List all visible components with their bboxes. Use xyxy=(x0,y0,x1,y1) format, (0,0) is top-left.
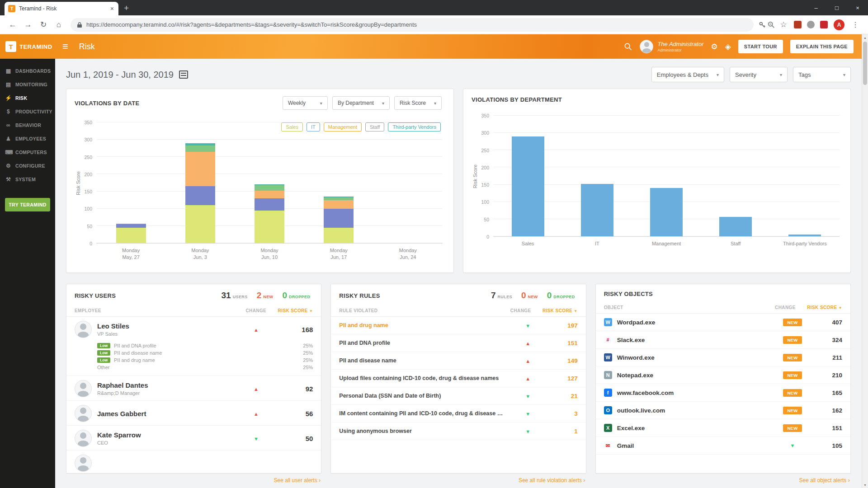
dept-bar-management[interactable] xyxy=(650,188,683,236)
date-bar-monday-may-27[interactable] xyxy=(116,122,146,243)
rule-row[interactable]: Using anonymous browser▼1 xyxy=(331,422,585,440)
object-row[interactable]: WWordpad.exeNEW407 xyxy=(596,314,850,331)
tags-select[interactable]: Tags▾ xyxy=(793,67,851,82)
page-scrollbar[interactable]: ▲ ▼ xyxy=(862,34,868,488)
new-tab-button[interactable]: + xyxy=(124,3,129,13)
sidebar-item-behavior[interactable]: ∞BEHAVIOR xyxy=(0,118,55,132)
severity-select[interactable]: Severity▾ xyxy=(730,67,788,82)
browser-menu-icon[interactable]: ⋮ xyxy=(848,20,863,29)
home-icon[interactable]: ⌂ xyxy=(52,18,66,32)
legend-sales[interactable]: Sales xyxy=(281,122,303,131)
see-all-object-alerts-link[interactable]: See all object alerts › xyxy=(595,477,851,483)
start-tour-button[interactable]: START TOUR xyxy=(738,40,783,53)
url-bar[interactable]: https://democompany.teramind.co/#/risk?a… xyxy=(71,18,754,32)
sidebar-item-system[interactable]: ⚒SYSTEM xyxy=(0,173,55,186)
x-tick-label: MondayJun, 3 xyxy=(165,247,235,261)
metric-select[interactable]: Risk Score▾ xyxy=(394,96,442,110)
forward-icon[interactable]: → xyxy=(21,18,35,32)
dept-bar-third-party-vendors[interactable] xyxy=(788,235,821,236)
dept-bar-staff[interactable] xyxy=(719,217,752,236)
object-row[interactable]: Ooutlook.live.comNEW162 xyxy=(596,402,850,419)
refresh-icon[interactable]: ↻ xyxy=(36,18,51,32)
column-risk-score-sort[interactable]: RISK SCORE ▼ xyxy=(274,308,313,313)
rule-row[interactable]: PII and disease name▲149 xyxy=(331,352,585,370)
user-job-title: CEO xyxy=(97,440,238,446)
date-bar-monday-jun-10[interactable] xyxy=(255,122,284,243)
object-row[interactable]: NNotepad.exeNEW210 xyxy=(596,366,850,384)
dept-bar-it[interactable] xyxy=(581,184,613,236)
zoom-icon[interactable] xyxy=(767,21,775,29)
bookmark-star-icon[interactable]: ☆ xyxy=(776,18,791,32)
column-risk-score-sort[interactable]: RISK SCORE ▼ xyxy=(539,308,578,313)
date-bar-monday-jun-24[interactable] xyxy=(393,122,423,243)
object-row[interactable]: WWinword.exeNEW211 xyxy=(596,349,850,366)
outlook-live-com-icon: O xyxy=(604,406,612,414)
back-icon[interactable]: ← xyxy=(5,18,20,32)
rule-row[interactable]: PII and DNA profile▲151 xyxy=(331,334,585,352)
tour-diamond-icon[interactable]: ◈ xyxy=(725,42,731,52)
tab-close-icon[interactable]: × xyxy=(109,5,115,12)
rule-name: PII and DNA profile xyxy=(339,340,509,346)
browser-profile-avatar[interactable]: A xyxy=(834,19,844,30)
sidebar-item-risk[interactable]: ⚡RISK xyxy=(0,91,55,105)
object-row[interactable]: #Slack.exeNEW324 xyxy=(596,331,850,349)
user-row[interactable]: Kate SparrowCEO▼50 xyxy=(66,426,321,450)
rule-row[interactable]: IM content containing PII and ICD-10 cod… xyxy=(331,405,585,422)
employees-depts-select[interactable]: Employees & Depts▾ xyxy=(651,67,724,82)
see-all-user-alerts-link[interactable]: See all user alerts › xyxy=(66,477,321,483)
user-row[interactable]: Raphael DantesR&amp;D Manager▲92 xyxy=(66,376,321,401)
see-all-rule-violation-alerts-link[interactable]: See all rule violation alerts › xyxy=(330,477,586,483)
column-risk-score-sort[interactable]: RISK SCORE ▼ xyxy=(803,305,842,310)
date-bar-monday-jun-3[interactable] xyxy=(185,122,215,243)
scroll-down-arrow-icon[interactable]: ▼ xyxy=(862,482,868,488)
close-button[interactable]: × xyxy=(847,0,868,15)
object-risk-score: 210 xyxy=(811,372,842,379)
teramind-logo[interactable]: T TERAMIND xyxy=(5,41,54,52)
scroll-up-arrow-icon[interactable]: ▲ xyxy=(862,34,868,41)
rule-row[interactable]: Personal Data (SSN and Date of Birth)▼21 xyxy=(331,387,585,405)
severity-badge: Low xyxy=(97,357,110,363)
sidebar-item-employees[interactable]: ♟EMPLOYEES xyxy=(0,132,55,145)
rule-row[interactable]: Upload files containing ICD-10 code, dru… xyxy=(331,370,585,387)
extension-icon[interactable] xyxy=(794,21,802,28)
password-key-icon[interactable] xyxy=(758,21,766,29)
user-row[interactable]: Leo StilesVP Sales▲168LowPII and DNA pro… xyxy=(66,317,321,376)
new-badge: NEW xyxy=(783,424,802,432)
sidebar-item-computers[interactable]: ⌨COMPUTERS xyxy=(0,145,55,159)
user-row[interactable] xyxy=(66,450,321,473)
search-icon[interactable] xyxy=(624,42,632,51)
legend-third-party-vendors[interactable]: Third-party Vendors xyxy=(388,122,441,131)
object-row[interactable]: ✉Gmail▼105 xyxy=(596,437,850,455)
calendar-icon[interactable] xyxy=(179,70,188,79)
user-row[interactable]: James Gabbert▲56 xyxy=(66,401,321,426)
explain-page-button[interactable]: EXPLAIN THIS PAGE xyxy=(790,40,854,53)
browser-tab[interactable]: T Teramind - Risk × xyxy=(5,2,118,15)
pdf-extension-icon[interactable] xyxy=(820,21,828,28)
rule-row[interactable]: PII and drug name▼197 xyxy=(331,317,585,334)
group-by-select[interactable]: By Department▾ xyxy=(332,96,390,110)
hamburger-menu-icon[interactable]: ≡ xyxy=(62,41,68,52)
sidebar-item-productivity[interactable]: $PRODUCTIVITY xyxy=(0,105,55,118)
extension-circle-icon[interactable] xyxy=(807,21,815,28)
interval-select[interactable]: Weekly▾ xyxy=(283,96,328,110)
try-teramind-button[interactable]: TRY TERAMIND xyxy=(5,198,50,211)
scrollbar-thumb[interactable] xyxy=(863,42,867,85)
object-row[interactable]: fwww.facebook.comNEW165 xyxy=(596,384,850,402)
sidebar-item-dashboards[interactable]: ▦DASHBOARDS xyxy=(0,64,55,78)
dept-bar-sales[interactable] xyxy=(512,136,544,236)
minimize-button[interactable]: – xyxy=(806,0,826,15)
risk-factor-label: PII and disease name xyxy=(114,350,282,356)
object-row[interactable]: XExcel.exeNEW151 xyxy=(596,419,850,437)
legend-it[interactable]: IT xyxy=(307,122,320,131)
user-menu[interactable]: The Administrator Administrator xyxy=(640,40,703,53)
sidebar-item-monitoring[interactable]: ▤MONITORING xyxy=(0,78,55,91)
maximize-button[interactable]: □ xyxy=(826,0,847,15)
date-bar-monday-jun-17[interactable] xyxy=(324,122,354,243)
settings-gear-icon[interactable]: ⚙ xyxy=(711,42,717,52)
legend-staff[interactable]: Staff xyxy=(365,122,384,131)
sidebar-item-configure[interactable]: ⚙CONFIGURE xyxy=(0,159,55,173)
user-job-title: VP Sales xyxy=(97,331,238,337)
chevron-down-icon: ▾ xyxy=(843,72,845,77)
legend-management[interactable]: Management xyxy=(324,122,362,131)
stat-value: 31 xyxy=(222,291,231,300)
